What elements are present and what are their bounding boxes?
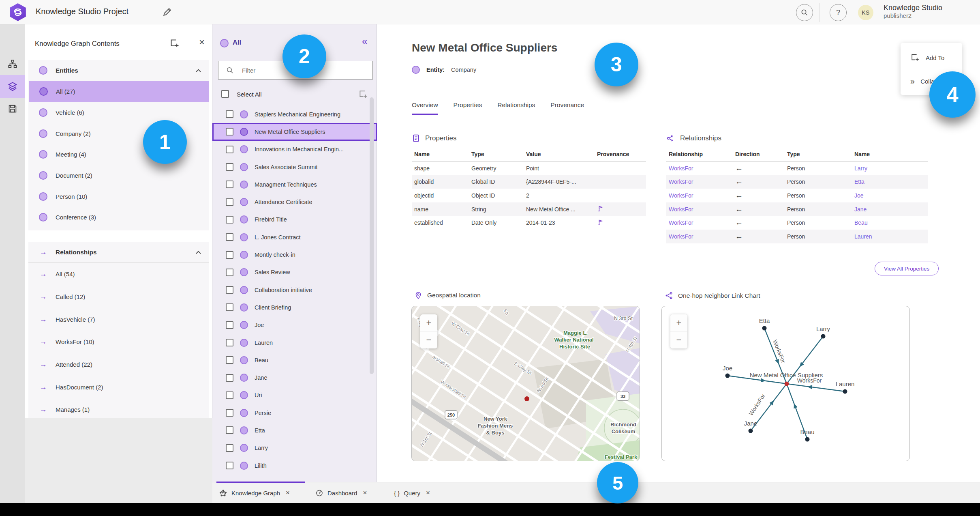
item-checkbox[interactable]	[226, 356, 233, 364]
bottom-tab-query[interactable]: { }Query×	[394, 482, 430, 503]
item-checkbox[interactable]	[226, 374, 233, 382]
list-item[interactable]: Larry	[212, 439, 377, 457]
list-item[interactable]: Joe	[212, 316, 377, 334]
tab-overview[interactable]: Overview	[412, 101, 438, 115]
close-tab-icon[interactable]: ×	[286, 489, 290, 497]
relationship-link[interactable]: WorksFor	[666, 206, 733, 213]
collapse-list-panel-button[interactable]: «	[362, 36, 367, 47]
avatar[interactable]: KS	[858, 5, 873, 20]
entities-tree-item[interactable]: All (27)	[29, 81, 209, 102]
table-row[interactable]: shapeGeometryPoint	[412, 161, 646, 175]
table-row[interactable]: WorksFor←PersonJoe	[666, 189, 928, 202]
item-checkbox[interactable]	[226, 462, 233, 469]
provenance-flag-icon[interactable]	[597, 219, 604, 226]
search-button[interactable]	[796, 4, 813, 21]
graph-node-jane[interactable]	[749, 429, 753, 433]
list-item[interactable]: Sales Associate Summit	[212, 158, 377, 176]
graph-node-beau[interactable]	[805, 437, 810, 442]
app-logo-icon[interactable]	[9, 3, 27, 21]
list-item[interactable]: New Metal Office Suppliers	[212, 123, 377, 140]
entity-name-link[interactable]: Beau	[852, 219, 928, 226]
list-item[interactable]: Attendance Certificate	[212, 193, 377, 211]
list-item[interactable]: Firebird Title	[212, 211, 377, 228]
item-checkbox[interactable]	[226, 391, 233, 399]
relationship-link[interactable]: WorksFor	[666, 192, 733, 199]
item-checkbox[interactable]	[226, 233, 233, 241]
relationships-tree-item[interactable]: →Manages (1)	[28, 398, 209, 421]
entity-name-link[interactable]: Etta	[852, 178, 928, 185]
item-checkbox[interactable]	[226, 251, 233, 259]
item-checkbox[interactable]	[226, 444, 233, 452]
add-to-action[interactable]: Add To	[901, 49, 962, 67]
bottom-tab-dashboard[interactable]: Dashboard×	[315, 482, 367, 503]
table-row[interactable]: WorksFor←PersonLarry	[666, 161, 928, 175]
list-item[interactable]: Lauren	[212, 334, 377, 351]
entity-name-link[interactable]: Larry	[852, 165, 928, 172]
edit-title-button[interactable]	[161, 6, 173, 18]
list-item[interactable]: Staplers Mechanical Engineering	[212, 105, 377, 123]
list-scrollbar[interactable]	[370, 97, 374, 374]
close-panel-button[interactable]: ×	[196, 37, 208, 48]
one-hop-link-chart[interactable]: + − EttaLarryJoeLaurenJaneBeauNew Metal …	[661, 306, 910, 461]
entity-name-link[interactable]: Jane	[852, 206, 928, 213]
entities-tree-item[interactable]: Document (2)	[28, 165, 209, 186]
relationship-link[interactable]: WorksFor	[666, 178, 733, 185]
graph-node-lauren[interactable]	[843, 389, 847, 394]
graph-center-node[interactable]	[785, 382, 789, 386]
item-checkbox[interactable]	[226, 426, 233, 434]
table-row[interactable]: nameStringNew Metal Office ...	[412, 202, 646, 216]
item-checkbox[interactable]	[226, 110, 233, 118]
list-item[interactable]: L. Jones Contract	[212, 228, 377, 246]
table-row[interactable]: establishedDate Only2014-01-23	[412, 216, 646, 230]
tab-relationships[interactable]: Relationships	[497, 101, 535, 115]
list-item[interactable]: Persie	[212, 404, 377, 421]
item-checkbox[interactable]	[226, 198, 233, 206]
entities-section-header[interactable]: Entities	[28, 60, 209, 81]
relationship-link[interactable]: WorksFor	[666, 219, 733, 226]
zoom-in-button[interactable]: +	[670, 314, 687, 331]
relationships-section-header[interactable]: → Relationships	[28, 242, 209, 263]
item-checkbox[interactable]	[226, 181, 233, 188]
tab-properties[interactable]: Properties	[454, 101, 482, 115]
table-row[interactable]: WorksFor←PersonLauren	[666, 230, 928, 243]
relationships-tree-item[interactable]: →HasVehicle (7)	[28, 308, 209, 331]
entities-tree-item[interactable]: Vehicle (6)	[28, 102, 209, 123]
zoom-out-button[interactable]: −	[670, 331, 687, 348]
save-tool-button[interactable]	[0, 97, 25, 120]
entities-tree-item[interactable]: Person (10)	[28, 186, 209, 207]
schema-tool-button[interactable]	[0, 53, 25, 75]
relationships-tree-item[interactable]: →WorksFor (10)	[28, 331, 209, 353]
item-checkbox[interactable]	[226, 321, 233, 329]
entity-name-link[interactable]: Lauren	[852, 233, 928, 240]
item-checkbox[interactable]	[226, 286, 233, 294]
tab-provenance[interactable]: Provenance	[550, 101, 584, 115]
item-checkbox[interactable]	[226, 303, 233, 311]
item-checkbox[interactable]	[226, 269, 233, 276]
close-tab-icon[interactable]: ×	[426, 489, 430, 497]
view-all-properties-button[interactable]: View All Properties	[875, 262, 939, 275]
graph-node-larry[interactable]	[821, 334, 826, 339]
relationship-link[interactable]: WorksFor	[666, 233, 733, 240]
item-checkbox[interactable]	[226, 146, 233, 153]
relationship-link[interactable]: WorksFor	[666, 165, 733, 172]
add-to-map-button[interactable]	[169, 38, 181, 49]
collapse-section-icon[interactable]	[196, 69, 201, 74]
table-row[interactable]: WorksFor←PersonBeau	[666, 216, 928, 230]
list-item[interactable]: Jane	[212, 369, 377, 386]
bottom-tab-knowledge-graph[interactable]: Knowledge Graph×	[219, 482, 290, 503]
geospatial-map[interactable]: + − 25033k RdW Clay StSaN 3rd StMaggie L…	[411, 306, 640, 461]
map-canvas[interactable]: 25033k RdW Clay StSaN 3rd StMaggie L.Wal…	[412, 306, 640, 461]
select-all-checkbox[interactable]	[221, 90, 229, 98]
list-item[interactable]: Collaboration initiative	[212, 281, 377, 299]
item-checkbox[interactable]	[226, 128, 233, 135]
list-item[interactable]: Uri	[212, 387, 377, 404]
relationships-tree-item[interactable]: →All (54)	[28, 263, 209, 286]
list-item[interactable]: Sales Review	[212, 264, 377, 281]
graph-node-etta[interactable]	[762, 326, 767, 331]
list-item[interactable]: Managment Techniques	[212, 176, 377, 193]
map-marker[interactable]	[524, 396, 529, 401]
item-checkbox[interactable]	[226, 409, 233, 417]
account-info[interactable]: Knowledge Studio publisher2	[884, 4, 942, 19]
item-checkbox[interactable]	[226, 163, 233, 171]
list-item[interactable]: Client Briefing	[212, 299, 377, 316]
